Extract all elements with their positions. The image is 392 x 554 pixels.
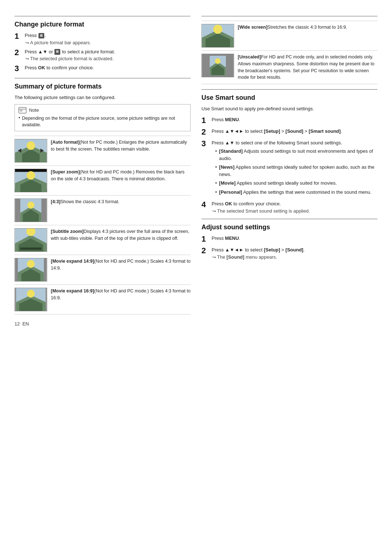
format-movie-149: [Movie expand 14:9](Not for HD and PC mo… [15, 255, 191, 284]
format-button-icon-2: ⊞ [54, 49, 60, 55]
format-movie-169: [Movie expand 16:9](Not for HD and PC mo… [15, 284, 191, 315]
step-1-result-text: A picture format bar appears. [30, 40, 91, 45]
adjust-step-1-num: 1 [201, 235, 209, 243]
smart-step-1: 1 Press MENU. [201, 116, 377, 125]
step-2-result: ↪ The selected picture format is activat… [25, 56, 191, 61]
format-super-zoom-img [15, 169, 47, 192]
smart-step-2-content: Press ▲▼◄► to select [Setup] > [Sound] >… [212, 128, 377, 136]
bullet-movie: [Movie] Applies sound settings ideally s… [215, 180, 377, 187]
summary-title: Summary of picture formats [15, 83, 191, 90]
smart-sound-steps: 1 Press MENU. 2 Press ▲▼◄► to select [Se… [201, 116, 377, 214]
smart-step-3-text: Press ▲▼ to select one of the following … [212, 139, 377, 147]
adjust-sound-divider [201, 219, 377, 219]
format-auto-img [15, 139, 47, 163]
step-1-text: Press ⊞. [25, 32, 191, 39]
format-wide-screen-desc: [Wide screen]Stretches the classic 4:3 f… [238, 24, 347, 31]
setup-bold-adj: [Setup] [264, 247, 280, 253]
format-movie-149-img [15, 258, 47, 282]
change-picture-format-steps: 1 Press ⊞. ↪ A picture format bar appear… [15, 32, 191, 73]
svg-point-7 [26, 141, 35, 150]
setup-bold: [Setup] [264, 128, 280, 134]
smart-step-1-text: Press MENU. [212, 116, 377, 123]
svg-point-15 [26, 171, 35, 180]
format-wide-screen-img [201, 24, 234, 48]
format-auto: [Auto format](Not for PC mode.) Enlarges… [15, 136, 191, 165]
format-movie-169-desc: [Movie expand 16:9](Not for HD and PC mo… [51, 288, 191, 301]
adjust-step-1-text: Press MENU. [212, 235, 377, 242]
movie-bold: [Movie] [219, 180, 236, 186]
format-unscaled-label: [Unscaled] [238, 54, 261, 59]
sound-bold-adj: [Sound] [286, 247, 303, 253]
right-top-divider [201, 16, 377, 16]
step-3: 3 Press OK to confirm your choice. [15, 64, 191, 73]
step-2-content: Press ▲▼ or ⊞ to select a picture format… [25, 48, 191, 62]
smart-step-4-num: 4 [201, 200, 209, 209]
step-3-text: Press OK to confirm your choice. [25, 64, 191, 71]
page-footer: 12 EN [15, 321, 191, 327]
ok-bold: OK [38, 65, 45, 70]
format-subtitle-zoom-img [15, 228, 47, 252]
step-2: 2 Press ▲▼ or ⊞ to select a picture form… [15, 48, 191, 62]
bullet-standard: [Standard] Adjusts sound settings to sui… [215, 148, 377, 162]
sound-bold: [Sound] [286, 128, 303, 134]
smart-step-1-num: 1 [201, 116, 209, 125]
bullet-personal: [Personal] Applies the settings that wer… [215, 189, 377, 196]
adjust-step-1-content: Press MENU. [212, 235, 377, 243]
format-movie-169-label: [Movie expand 16:9] [51, 288, 94, 294]
format-movie-169-img [15, 288, 47, 311]
format-button-icon: ⊞ [38, 33, 44, 39]
mid-divider [15, 78, 191, 78]
format-subtitle-zoom-desc: [Subtitle zoom]Displays 4:3 pictures ove… [51, 228, 191, 242]
adjust-step-2-text: Press ▲▼◄► to select [Setup] > [Sound]. [212, 246, 377, 254]
svg-point-39 [213, 25, 222, 34]
smart-sound-bold: [Smart sound] [309, 128, 340, 134]
note-box: Note • Depending on the format of the pi… [15, 104, 191, 132]
format-unscaled-desc: [Unscaled]For HD and PC mode only, and i… [238, 54, 377, 81]
change-picture-format-title: Change picture format [15, 21, 191, 28]
format-super-zoom-label: [Super zoom] [51, 169, 80, 175]
smart-step-4-result-text: The selected Smart sound setting is appl… [217, 208, 310, 214]
format-super-zoom-desc: [Super zoom](Not for HD and PC mode.) Re… [51, 169, 191, 182]
step-3-content: Press OK to confirm your choice. [25, 64, 191, 72]
ok-bold-smart: OK [225, 201, 232, 206]
format-43-img [15, 198, 47, 222]
svg-rect-25 [20, 248, 41, 250]
format-subtitle-zoom-label: [Subtitle zoom] [51, 229, 83, 234]
svg-point-44 [215, 58, 221, 64]
step-2-result-text: The selected picture format is activated… [30, 56, 114, 61]
adjust-step-2: 2 Press ▲▼◄► to select [Setup] > [Sound]… [201, 246, 377, 260]
format-super-zoom: [Super zoom](Not for HD and PC mode.) Re… [15, 165, 191, 195]
right-top-formats: [Wide screen]Stretches the classic 4:3 f… [201, 21, 377, 84]
note-header: Note [19, 107, 187, 114]
note-text: Depending on the format of the picture s… [22, 115, 187, 129]
page-num: 12 [15, 321, 20, 327]
note-bullet: • Depending on the format of the picture… [19, 115, 187, 129]
adjust-sound-steps: 1 Press MENU. 2 Press ▲▼◄► to select [Se… [201, 235, 377, 260]
format-movie-149-desc: [Movie expand 14:9](Not for HD and PC mo… [51, 258, 191, 272]
page-lang: EN [23, 321, 29, 327]
step-2-num: 2 [15, 48, 23, 57]
format-movie-149-label: [Movie expand 14:9] [51, 259, 94, 264]
smart-step-2-text: Press ▲▼◄► to select [Setup] > [Sound] >… [212, 128, 377, 135]
step-2-text: Press ▲▼ or ⊞ to select a picture format… [25, 48, 191, 56]
smart-step-4: 4 Press OK to confirm your choice. ↪ The… [201, 200, 377, 214]
format-unscaled: [Unscaled]For HD and PC mode only, and i… [201, 50, 377, 84]
adjust-step-2-content: Press ▲▼◄► to select [Setup] > [Sound]. … [212, 246, 377, 260]
note-icon [19, 107, 26, 114]
smart-step-3-content: Press ▲▼ to select one of the following … [212, 139, 377, 198]
smart-step-4-result: ↪ The selected Smart sound setting is ap… [212, 208, 377, 214]
picture-format-list: [Auto format](Not for PC mode.) Enlarges… [15, 136, 191, 315]
smart-step-3-num: 3 [201, 139, 209, 148]
left-column: Change picture format 1 Press ⊞. ↪ A pic… [15, 11, 191, 327]
smart-step-4-text: Press OK to confirm your choice. [212, 200, 377, 208]
format-auto-label: [Auto format] [51, 140, 79, 145]
summary-description: The following picture settings can be co… [15, 94, 191, 101]
sound-menu-bold: [Sound] [226, 254, 244, 260]
step-1-content: Press ⊞. ↪ A picture format bar appears. [25, 32, 191, 45]
format-subtitle-zoom: [Subtitle zoom]Displays 4:3 pictures ove… [15, 225, 191, 255]
bullet-news: [News] Applies sound settings ideally su… [215, 164, 377, 178]
smart-sound-intro: Use Smart sound to apply pre-defined sou… [201, 105, 377, 112]
smart-step-3: 3 Press ▲▼ to select one of the followin… [201, 139, 377, 198]
smart-sound-bullet-list: [Standard] Adjusts sound settings to sui… [215, 148, 377, 196]
adjust-sound-title: Adjust sound settings [201, 223, 377, 231]
